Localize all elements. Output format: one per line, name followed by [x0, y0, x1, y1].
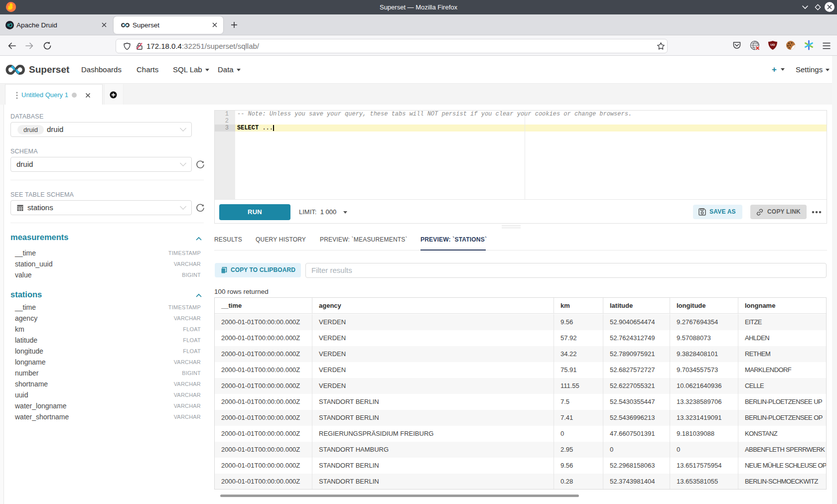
svg-text:UO: UO — [771, 43, 775, 46]
